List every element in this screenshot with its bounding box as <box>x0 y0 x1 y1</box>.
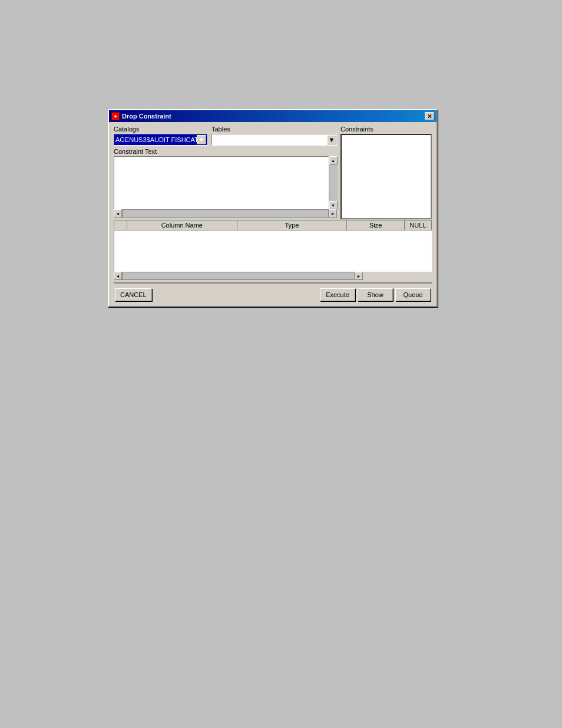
button-right: Execute Show Queue <box>320 288 431 301</box>
th-null: NULL <box>405 220 431 230</box>
constraint-text-vscrollbar: ▲ ▼ <box>329 156 337 209</box>
dialog-title: Drop Constraint <box>122 113 171 120</box>
scroll-h-track[interactable] <box>122 209 329 218</box>
queue-button[interactable]: Queue <box>395 288 431 301</box>
th-column-name: Column Name <box>127 220 237 230</box>
bottom-table-section: Column Name Type Size NULL ◄ ► <box>114 220 432 280</box>
table-scroll-track[interactable] <box>122 272 355 280</box>
dialog-icon: ♦ <box>111 112 120 120</box>
th-row-num <box>114 220 127 230</box>
constraint-text-wrapper: ▲ ▼ <box>114 156 337 209</box>
constraint-text-section: Constraint Text ▲ ▼ ◄ <box>114 148 337 218</box>
constraint-text-label: Constraint Text <box>114 148 337 155</box>
button-left: CANCEL <box>115 288 152 301</box>
scroll-up-button[interactable]: ▲ <box>329 156 338 164</box>
execute-button[interactable]: Execute <box>320 288 355 301</box>
top-selects: Catalogs AGENUS3$AUDIT FISHCAT ▼ Tables … <box>114 126 337 146</box>
table-body <box>114 230 432 272</box>
th-type: Type <box>237 220 348 230</box>
scroll-right-button[interactable]: ► <box>329 209 337 218</box>
show-button[interactable]: Show <box>358 288 393 301</box>
table-scroll-left[interactable]: ◄ <box>114 272 122 280</box>
catalogs-label: Catalogs <box>114 126 208 133</box>
button-row: CANCEL Execute Show Queue <box>114 286 432 302</box>
scroll-v-track[interactable] <box>329 164 338 201</box>
constraints-label: Constraints <box>340 126 432 133</box>
table-hscrollbar: ◄ ► <box>114 272 432 280</box>
table-header: Column Name Type Size NULL <box>114 220 432 230</box>
drop-constraint-dialog: ♦ Drop Constraint ✕ Catalogs AGENUS3$AUD… <box>108 109 438 307</box>
constraint-text-hscrollbar: ◄ ► <box>114 209 337 218</box>
tables-value <box>212 139 327 140</box>
scroll-left-button[interactable]: ◄ <box>114 209 122 218</box>
table-scroll-right[interactable]: ► <box>355 272 363 280</box>
title-bar-left: ♦ Drop Constraint <box>111 112 171 120</box>
left-panels: Catalogs AGENUS3$AUDIT FISHCAT ▼ Tables … <box>114 126 337 220</box>
tables-dropdown[interactable]: ▼ <box>211 134 337 146</box>
scroll-down-button[interactable]: ▼ <box>329 201 338 209</box>
constraints-listbox[interactable] <box>340 134 432 219</box>
tables-label: Tables <box>211 126 337 133</box>
top-panels: Catalogs AGENUS3$AUDIT FISHCAT ▼ Tables … <box>114 126 432 220</box>
catalogs-dropdown[interactable]: AGENUS3$AUDIT FISHCAT ▼ <box>114 134 208 146</box>
separator <box>114 282 432 284</box>
catalogs-section: Catalogs AGENUS3$AUDIT FISHCAT ▼ <box>114 126 208 146</box>
title-bar: ♦ Drop Constraint ✕ <box>109 110 437 122</box>
constraints-panel: Constraints <box>340 126 432 219</box>
th-size: Size <box>347 220 405 230</box>
tables-arrow[interactable]: ▼ <box>327 135 336 144</box>
dialog-body: Catalogs AGENUS3$AUDIT FISHCAT ▼ Tables … <box>109 122 437 306</box>
catalogs-value: AGENUS3$AUDIT FISHCAT <box>115 136 197 143</box>
constraint-text-area[interactable] <box>114 156 329 209</box>
tables-section: Tables ▼ <box>211 126 337 146</box>
cancel-button[interactable]: CANCEL <box>115 288 152 301</box>
close-button[interactable]: ✕ <box>425 112 434 120</box>
catalogs-arrow[interactable]: ▼ <box>197 135 206 144</box>
